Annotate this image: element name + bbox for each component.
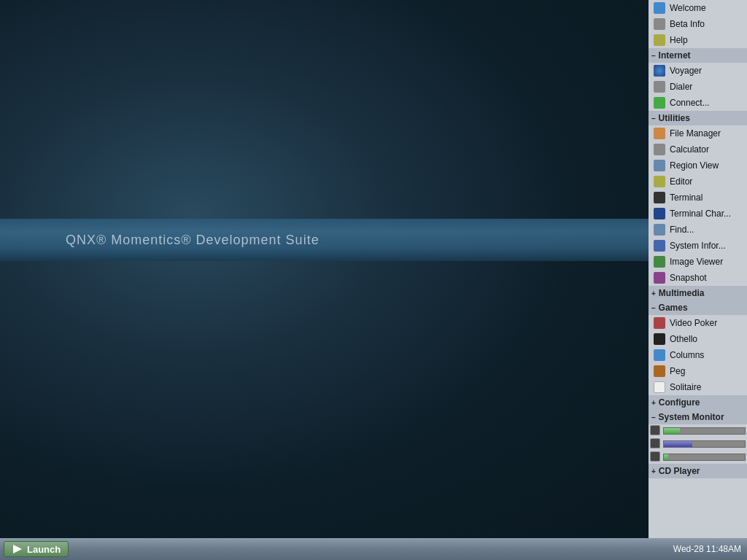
- solitaire-label: Solitaire: [670, 382, 701, 392]
- sysmon-net-icon: [650, 451, 662, 463]
- menu-item-editor[interactable]: Editor: [649, 174, 747, 190]
- beta-info-label: Beta Info: [670, 19, 705, 29]
- menu-item-find[interactable]: Find...: [649, 222, 747, 238]
- find-label: Find...: [670, 225, 694, 235]
- taskbar-clock: Wed-28 11:48AM: [673, 544, 741, 554]
- cdplayer-label: CD Player: [659, 466, 700, 476]
- file-manager-label: File Manager: [670, 128, 721, 139]
- beta-icon: [653, 18, 666, 31]
- games-arrow: –: [651, 304, 656, 312]
- right-panel: Welcome Beta Info Help – Internet Voyage…: [649, 0, 747, 538]
- file-manager-icon: [653, 127, 666, 140]
- menu-item-beta-info[interactable]: Beta Info: [649, 16, 747, 32]
- sysmon-bar-row-2: [649, 438, 747, 451]
- utilities-arrow: –: [651, 114, 656, 122]
- solitaire-icon: [653, 381, 666, 394]
- configure-arrow: +: [651, 399, 656, 407]
- menu-item-solitaire[interactable]: Solitaire: [649, 379, 747, 395]
- calculator-label: Calculator: [670, 144, 709, 155]
- menu-item-columns[interactable]: Columns: [649, 347, 747, 363]
- welcome-label: Welcome: [670, 3, 706, 13]
- section-cd-player[interactable]: + CD Player: [649, 464, 747, 478]
- menu-item-help[interactable]: Help: [649, 32, 747, 48]
- columns-icon: [653, 349, 666, 362]
- columns-label: Columns: [670, 350, 704, 360]
- menu-item-terminal[interactable]: Terminal: [649, 190, 747, 206]
- connect-icon: [653, 96, 666, 109]
- othello-icon: [653, 332, 666, 346]
- menu-item-system-info[interactable]: System Infor...: [649, 238, 747, 254]
- peg-label: Peg: [670, 366, 685, 376]
- sysmon-cpu-icon: [650, 425, 662, 437]
- welcome-icon: [653, 1, 666, 15]
- menu-item-othello[interactable]: Othello: [649, 331, 747, 347]
- menu-item-voyager[interactable]: Voyager: [649, 63, 747, 79]
- editor-icon: [653, 175, 666, 188]
- sysmon-net-fill: [664, 454, 668, 460]
- menu-item-region-view[interactable]: Region View: [649, 158, 747, 174]
- calculator-icon: [653, 143, 666, 156]
- menu-item-connect[interactable]: Connect...: [649, 95, 747, 111]
- menu-item-snapshot[interactable]: Snapshot: [649, 270, 747, 286]
- sysmon-arrow: –: [651, 413, 656, 421]
- terminal-char-label: Terminal Char...: [670, 209, 731, 219]
- peg-icon: [653, 365, 666, 378]
- terminal-label: Terminal: [670, 192, 703, 203]
- internet-label: Internet: [659, 50, 691, 61]
- menu-item-welcome[interactable]: Welcome: [649, 0, 747, 16]
- multimedia-arrow: +: [651, 289, 656, 298]
- region-view-label: Region View: [670, 160, 719, 171]
- voyager-label: Voyager: [670, 66, 702, 76]
- section-utilities[interactable]: – Utilities: [649, 111, 747, 125]
- desktop: QNX® Momentics® Development Suite: [0, 0, 649, 538]
- terminal-icon: [653, 191, 666, 204]
- editor-label: Editor: [670, 176, 692, 187]
- menu-item-terminal-char[interactable]: Terminal Char...: [649, 206, 747, 222]
- configure-label: Configure: [659, 397, 700, 408]
- section-configure[interactable]: + Configure: [649, 395, 747, 410]
- voyager-icon: [653, 64, 666, 77]
- menu-item-dialer[interactable]: Dialer: [649, 79, 747, 95]
- desktop-banner: QNX® Momentics® Development Suite: [0, 219, 649, 261]
- section-multimedia[interactable]: + Multimedia: [649, 286, 747, 300]
- video-poker-label: Video Poker: [670, 318, 717, 328]
- section-system-monitor[interactable]: – System Monitor: [649, 410, 747, 424]
- dialer-label: Dialer: [670, 82, 692, 92]
- menu-item-image-viewer[interactable]: Image Viewer: [649, 254, 747, 270]
- help-icon: [653, 34, 666, 47]
- launch-button[interactable]: Launch: [4, 541, 69, 557]
- taskbar: Launch Wed-28 11:48AM: [0, 538, 747, 560]
- sysmon-cpu-bar: [663, 427, 746, 435]
- menu-item-calculator[interactable]: Calculator: [649, 141, 747, 158]
- menu-item-file-manager[interactable]: File Manager: [649, 125, 747, 141]
- snapshot-icon: [653, 271, 666, 284]
- banner-text: QNX® Momentics® Development Suite: [66, 233, 320, 248]
- sysmon-mem-fill: [664, 441, 692, 447]
- svg-marker-0: [13, 545, 22, 553]
- help-label: Help: [670, 35, 688, 45]
- cdplayer-arrow: +: [651, 467, 656, 475]
- sysmon-mem-bar: [663, 440, 746, 448]
- find-icon: [653, 223, 666, 236]
- sysmon-cpu-fill: [664, 428, 680, 434]
- section-internet[interactable]: – Internet: [649, 48, 747, 63]
- othello-label: Othello: [670, 334, 697, 344]
- menu-item-video-poker[interactable]: Video Poker: [649, 315, 747, 331]
- image-viewer-label: Image Viewer: [670, 257, 723, 267]
- internet-arrow: –: [651, 52, 656, 60]
- sysmon-net-bar: [663, 454, 746, 461]
- games-label: Games: [659, 303, 688, 313]
- system-info-icon: [653, 239, 666, 252]
- utilities-label: Utilities: [659, 113, 690, 123]
- system-info-label: System Infor...: [670, 241, 726, 251]
- terminal-char-icon: [653, 207, 666, 220]
- sysmon-label: System Monitor: [659, 412, 724, 422]
- snapshot-label: Snapshot: [670, 273, 707, 283]
- connect-label: Connect...: [670, 98, 710, 108]
- multimedia-label: Multimedia: [659, 288, 705, 298]
- sysmon-mem-icon: [650, 438, 662, 450]
- menu-item-peg[interactable]: Peg: [649, 363, 747, 379]
- dialer-icon: [653, 80, 666, 93]
- video-poker-icon: [653, 316, 666, 330]
- section-games[interactable]: – Games: [649, 300, 747, 315]
